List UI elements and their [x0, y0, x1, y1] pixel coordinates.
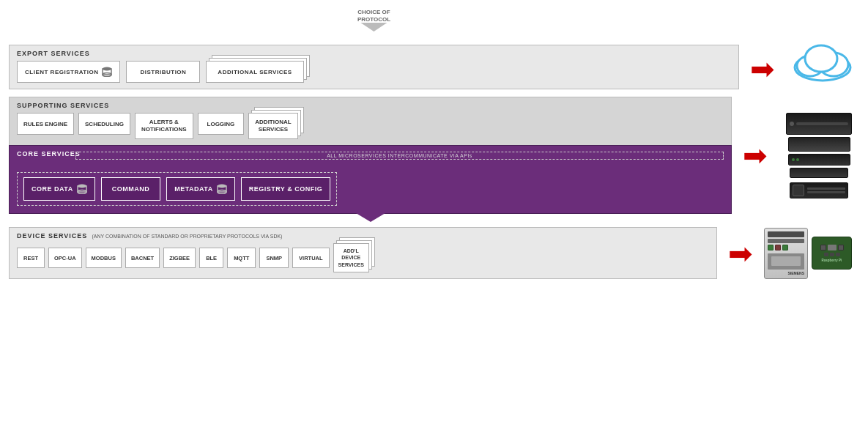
device-services-note: (ANY COMBINATION OF STANDARD OR PROPRIET…	[92, 234, 282, 239]
api-label: ALL MICROSERVICES INTERCOMMUNICATE VIA A…	[75, 152, 724, 160]
metadata-label: METADATA	[174, 185, 213, 193]
rpi-device: Raspberry Pi	[812, 237, 852, 270]
plc-device: SIEMENS	[764, 228, 808, 279]
core-services-box: CORE SERVICES ALL MICROSERVICES INTERCOM…	[9, 145, 732, 214]
server-image	[779, 97, 859, 214]
service-additional-exp: ADDITIONAL SERVICES	[206, 61, 303, 83]
client-reg-label: CLIENT REGISTRATION	[25, 69, 98, 75]
arrow-export: ➡	[750, 54, 775, 89]
service-snmp: SNMP	[259, 248, 289, 268]
service-scheduling: SCHEDULING	[78, 113, 130, 135]
service-addl-device: ADD'LDEVICESERVICES	[333, 243, 369, 272]
service-bacnet: BACNET	[125, 248, 160, 268]
service-zigbee: ZIGBEE	[163, 248, 196, 268]
export-services-box: EXPORT SERVICES CLIENT REGISTRATION DIST…	[9, 45, 739, 89]
service-additional-sup: ADDITIONALSERVICES	[248, 113, 297, 139]
distribution-label: DISTRIBUTION	[140, 69, 186, 75]
service-client-reg: CLIENT REGISTRATION	[17, 61, 120, 83]
command-label: COMMAND	[112, 185, 150, 193]
device-images: SIEMENS Raspberry Pi	[764, 228, 859, 279]
service-distribution: DISTRIBUTION	[126, 61, 200, 83]
core-data-label: CORE DATA	[31, 185, 73, 193]
rules-label: RULES ENGINE	[23, 121, 67, 127]
service-virtual: VIRTUAL	[292, 248, 330, 268]
logging-label: LOGGING	[207, 121, 235, 127]
scheduling-label: SCHEDULING	[85, 121, 124, 127]
device-services-label: DEVICE SERVICES	[17, 232, 87, 240]
service-rest: REST	[17, 248, 45, 268]
db-icon-core-data	[77, 184, 87, 194]
service-logging: LOGGING	[198, 113, 245, 135]
core-dashed-area: CORE DATA COMMAND METADATA	[17, 172, 337, 206]
device-services-box: DEVICE SERVICES (ANY COMBINATION OF STAN…	[9, 227, 717, 279]
service-core-data: CORE DATA	[23, 177, 95, 201]
arrow-device: ➡	[728, 239, 753, 268]
service-rules: RULES ENGINE	[17, 113, 74, 135]
supporting-services-label: SUPPORTING SERVICES	[17, 102, 724, 109]
row-device: DEVICE SERVICES (ANY COMBINATION OF STAN…	[9, 227, 859, 279]
svg-point-6	[805, 45, 837, 72]
db-icon-client-reg	[102, 67, 112, 77]
additional-sup-label: ADDITIONALSERVICES	[255, 119, 291, 134]
addl-device-label: ADD'LDEVICESERVICES	[338, 248, 364, 267]
protocol-triangle	[361, 23, 387, 31]
protocol-label: CHOICE OF PROTOCOL	[357, 9, 390, 23]
service-command: COMMAND	[101, 177, 161, 201]
arrow-supporting: ➡	[743, 97, 768, 214]
supporting-services-box: SUPPORTING SERVICES RULES ENGINE SCHEDUL…	[9, 97, 732, 145]
service-registry: REGISTRY & CONFIG	[241, 177, 331, 201]
row-supporting-core: SUPPORTING SERVICES RULES ENGINE SCHEDUL…	[9, 97, 859, 214]
service-alerts: ALERTS &NOTIFICATIONS	[135, 113, 193, 139]
service-mqtt: MQTT	[227, 248, 256, 268]
registry-label: REGISTRY & CONFIG	[249, 185, 323, 193]
db-icon-metadata	[217, 184, 227, 194]
cloud-icon: .cloud{fill:#fff;stroke:#4ab8e8;stroke-w…	[786, 38, 859, 89]
export-services-label: EXPORT SERVICES	[17, 50, 731, 57]
additional-exp-label: ADDITIONAL SERVICES	[218, 69, 292, 75]
service-ble: BLE	[199, 248, 223, 268]
service-modbus: MODBUS	[86, 248, 122, 268]
service-metadata: METADATA	[166, 177, 235, 201]
alerts-label: ALERTS &NOTIFICATIONS	[141, 119, 187, 134]
service-opc-ua: OPC-UA	[48, 248, 82, 268]
core-connector	[356, 213, 385, 222]
